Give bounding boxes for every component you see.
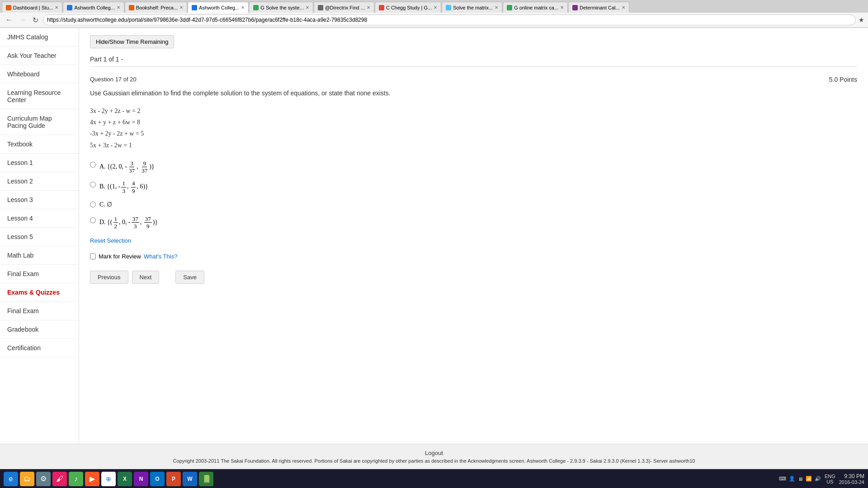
date-display: 2016-03-24 <box>839 479 864 485</box>
tab-close-icon[interactable]: ✕ <box>306 5 309 10</box>
sidebar-item[interactable]: Final Exam <box>0 265 79 283</box>
sidebar-item[interactable]: Learning Resource Center <box>0 84 79 109</box>
tab-favicon <box>446 5 451 10</box>
address-input[interactable] <box>43 14 856 25</box>
tab-label: Determinant Cal... <box>580 5 620 10</box>
sidebar-item[interactable]: Curriculum Map Pacing Guide <box>0 109 79 135</box>
sidebar-item[interactable]: Whiteboard <box>0 65 79 84</box>
browser-tab[interactable]: Bookshelf: Preca...✕ <box>125 2 187 13</box>
label-c: C. ∅ <box>99 200 112 210</box>
option-c: C. ∅ <box>90 200 857 210</box>
tab-close-icon[interactable]: ✕ <box>495 5 498 10</box>
tab-close-icon[interactable]: ✕ <box>367 5 370 10</box>
tab-close-icon[interactable]: ✕ <box>117 5 120 10</box>
browser-tab[interactable]: C Chegg Study | G...✕ <box>375 2 441 13</box>
option-a: A. {(2, 0, -337, 937)} <box>90 160 857 174</box>
tab-label: G online matrix ca... <box>514 5 558 10</box>
tab-close-icon[interactable]: ✕ <box>55 5 58 10</box>
equation-line: -3x + 2y - 2z + w = 5 <box>90 128 857 139</box>
radio-b[interactable] <box>90 182 96 188</box>
outlook-icon[interactable]: O <box>150 472 165 486</box>
sidebar-item[interactable]: Lesson 4 <box>0 209 79 228</box>
sidebar-item[interactable]: Gradebook <box>0 320 79 339</box>
tab-favicon <box>6 5 11 10</box>
question-header: Question 17 of 20 5.0 Points <box>90 76 857 83</box>
chrome-icon[interactable]: ⊕ <box>101 472 116 486</box>
tab-label: G Solve the syste... <box>260 5 303 10</box>
hide-show-time-button[interactable]: Hide/Show Time Remaining <box>90 35 174 48</box>
forward-button[interactable]: → <box>17 15 28 25</box>
save-button[interactable]: Save <box>175 271 204 284</box>
equation-line: 5x + 3z - 2w = 1 <box>90 140 857 151</box>
question-points: 5.0 Points <box>829 76 857 83</box>
sidebar-item[interactable]: Certification <box>0 339 79 357</box>
whats-this-link[interactable]: What's This? <box>144 253 178 260</box>
browser-tab[interactable]: @Directrix Find ...✕ <box>314 2 374 13</box>
tab-bar: Dashboard | Stu...✕Ashworth Colleg...✕Bo… <box>0 0 868 13</box>
excel-icon[interactable]: X <box>118 472 132 486</box>
sidebar-item[interactable]: Lesson 5 <box>0 228 79 246</box>
browser-tab[interactable]: G online matrix ca...✕ <box>503 2 568 13</box>
sidebar-item[interactable]: JMHS Catalog <box>0 28 79 47</box>
volume-icon: 🔊 <box>815 476 821 482</box>
sidebar-item[interactable]: Lesson 3 <box>0 191 79 209</box>
radio-c[interactable] <box>90 202 96 207</box>
address-bar-row: ← → ↻ ★ <box>0 13 868 28</box>
tab-label: Solve the matrix... <box>453 5 493 10</box>
sidebar-item[interactable]: Lesson 2 <box>0 172 79 191</box>
paint-icon[interactable]: 🖌 <box>52 472 67 486</box>
ie-icon[interactable]: e <box>4 472 18 486</box>
reload-button[interactable]: ↻ <box>31 15 40 25</box>
tab-label: C Chegg Study | G... <box>386 5 432 10</box>
tab-favicon <box>67 5 72 10</box>
radio-d[interactable] <box>90 217 96 223</box>
tab-close-icon[interactable]: ✕ <box>241 5 245 10</box>
taskbar-sys-icons: ⌨ 👤 🖥 📶 🔊 <box>779 476 821 482</box>
ppt-icon[interactable]: P <box>166 472 181 486</box>
sidebar-item[interactable]: Final Exam <box>0 302 79 320</box>
equation-line: 3x - 2y + 2z - w = 2 <box>90 105 857 117</box>
browser-tab[interactable]: Ashworth Colleg...✕ <box>63 2 124 13</box>
browser-tab[interactable]: Dashboard | Stu...✕ <box>2 2 62 13</box>
tab-close-icon[interactable]: ✕ <box>179 5 183 10</box>
answer-options: A. {(2, 0, -337, 937)} B. {(1, -13, 49, … <box>90 160 857 230</box>
tab-close-icon[interactable]: ✕ <box>560 5 564 10</box>
sidebar-item[interactable]: Textbook <box>0 135 79 154</box>
taskbar: e 🗂 ⚙ 🖌 ♪ ▶ ⊕ X N O P W 📗 ⌨ 👤 🖥 📶 🔊 ENGU… <box>0 469 868 488</box>
browser-tab[interactable]: Determinant Cal...✕ <box>568 2 629 13</box>
sidebar-item[interactable]: Exams & Quizzes <box>0 283 79 302</box>
tab-favicon <box>129 5 134 10</box>
onenote-icon[interactable]: N <box>134 472 148 486</box>
settings-icon[interactable]: ⚙ <box>36 472 51 486</box>
tab-label: Dashboard | Stu... <box>13 5 53 10</box>
reset-selection-link[interactable]: Reset Selection <box>90 237 857 244</box>
radio-a[interactable] <box>90 162 96 168</box>
sidebar: JMHS CatalogAsk Your TeacherWhiteboardLe… <box>0 28 79 444</box>
label-b: B. {(1, -13, 49, 6)} <box>99 180 148 194</box>
question-info: Question 17 of 20 <box>90 76 137 83</box>
tab-label: Ashworth Colleg... <box>74 5 114 10</box>
tab-close-icon[interactable]: ✕ <box>622 5 625 10</box>
mark-review-checkbox[interactable] <box>90 253 96 259</box>
word-icon[interactable]: W <box>183 472 197 486</box>
music-icon[interactable]: ♪ <box>69 472 83 486</box>
next-button[interactable]: Next <box>132 271 160 284</box>
browser-tab[interactable]: Ashworth Colleg...✕ <box>188 2 249 13</box>
browser-tab[interactable]: Solve the matrix...✕ <box>442 2 502 13</box>
bookmark-button[interactable]: ★ <box>859 16 864 23</box>
files-icon[interactable]: 🗂 <box>20 472 34 486</box>
sidebar-item[interactable]: Lesson 1 <box>0 154 79 172</box>
greenapp-icon[interactable]: 📗 <box>199 472 213 486</box>
browser-tab[interactable]: G Solve the syste...✕ <box>249 2 313 13</box>
tab-close-icon[interactable]: ✕ <box>434 5 437 10</box>
tab-favicon <box>253 5 259 10</box>
previous-button[interactable]: Previous <box>90 271 128 284</box>
footer: Logout Copyright 2003-2011 The Sakai Fou… <box>0 444 868 469</box>
sidebar-item[interactable]: Math Lab <box>0 246 79 265</box>
media-icon[interactable]: ▶ <box>85 472 99 486</box>
navigation-buttons: Previous Next Save <box>90 271 857 284</box>
sidebar-item[interactable]: Ask Your Teacher <box>0 47 79 65</box>
back-button[interactable]: ← <box>4 15 14 25</box>
equations: 3x - 2y + 2z - w = 24x + y + z + 6w = 8-… <box>90 105 857 151</box>
option-b: B. {(1, -13, 49, 6)} <box>90 180 857 194</box>
